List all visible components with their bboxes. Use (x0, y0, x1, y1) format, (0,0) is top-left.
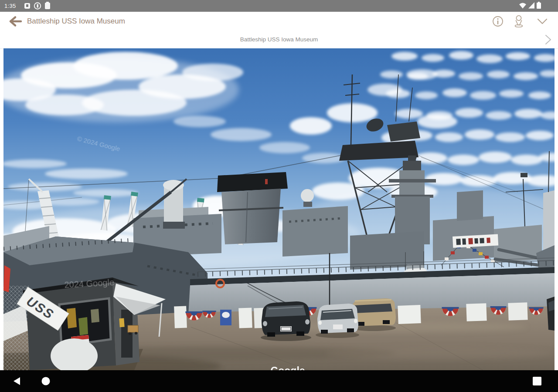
status-bar: 1:35 (0, 0, 558, 12)
nav-home-icon[interactable] (42, 377, 50, 385)
silver-suv (316, 304, 359, 338)
pegman-button[interactable] (515, 16, 523, 27)
chevron-right-icon (546, 35, 551, 44)
battery-icon (537, 2, 541, 9)
location-bar: Battleship USS Iowa Museum (0, 30, 558, 49)
notification-icon-1 (24, 3, 30, 9)
nav-back-icon[interactable] (14, 377, 20, 385)
dark-suv (261, 301, 311, 341)
navigation-bar (0, 370, 558, 392)
next-place-button[interactable] (541, 33, 555, 47)
ship-sign (453, 234, 498, 248)
panorama-scene: © 2024 Google (3, 48, 555, 370)
nav-recents-icon[interactable] (533, 377, 541, 385)
wifi-icon (519, 3, 526, 9)
back-button[interactable] (4, 13, 25, 30)
app-bar: Battleship USS Iowa Museum (0, 12, 558, 30)
notification-icon-3 (45, 2, 50, 9)
notification-icon-2 (34, 3, 41, 9)
google-watermark: Google (270, 365, 305, 370)
cellular-icon (528, 2, 534, 9)
android-screen: 1:35 Battleship U (0, 0, 558, 392)
info-button[interactable] (493, 17, 503, 26)
page-title: Battleship USS Iowa Museum (27, 17, 125, 26)
chevron-down-icon[interactable] (538, 19, 547, 24)
street-view-panorama[interactable]: © 2024 Google (3, 48, 555, 370)
pegman-icon (516, 16, 521, 20)
status-bar-icons (0, 0, 558, 12)
blue-sign (220, 310, 231, 325)
back-arrow-icon (10, 17, 21, 26)
location-title: Battleship USS Iowa Museum (0, 36, 558, 43)
appbar-actions (486, 12, 555, 30)
